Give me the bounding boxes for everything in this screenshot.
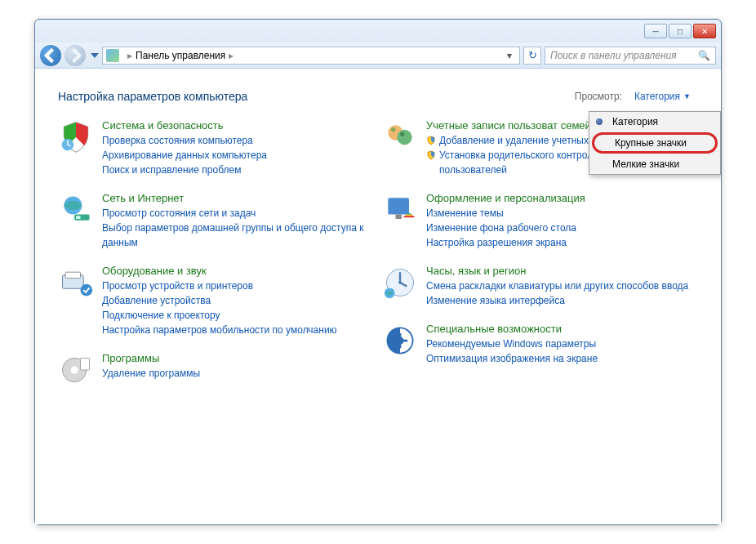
category-link[interactable]: Рекомендуемые Windows параметры (426, 337, 698, 351)
category-title[interactable]: Оформление и персонализация (426, 192, 698, 204)
view-menu: Категория Крупные значки Мелкие значки (589, 111, 721, 175)
arrow-left-icon (40, 45, 61, 66)
view-menu-category[interactable]: Категория (589, 112, 720, 132)
category-block: Оборудование и звукПросмотр устройств и … (58, 265, 374, 337)
svg-point-8 (71, 366, 78, 373)
control-panel-window: ─ □ ✕ ▸ Панель управления ▸ ▾ ↻ Поиск в … (34, 19, 722, 525)
svg-rect-15 (396, 215, 402, 220)
breadcrumb-root[interactable]: Панель управления (136, 50, 225, 61)
shield-icon (426, 149, 436, 159)
category-block: Оформление и персонализацияИзменение тем… (382, 192, 698, 250)
svg-point-12 (391, 127, 396, 132)
search-icon: 🔍 (698, 50, 710, 61)
content-area: Настройка параметров компьютера Просмотр… (35, 69, 721, 524)
category-title[interactable]: Система и безопасность (102, 119, 374, 132)
minimize-button[interactable]: ─ (644, 24, 667, 38)
category-link[interactable]: Выбор параметров домашней группы и общег… (102, 221, 374, 250)
shield-icon (426, 135, 436, 145)
category-link[interactable]: Поиск и исправление проблем (102, 163, 374, 177)
category-icon (58, 352, 94, 388)
svg-point-6 (81, 284, 93, 297)
svg-rect-3 (76, 216, 81, 219)
view-dropdown[interactable]: Категория ▼ (627, 88, 698, 105)
back-button[interactable] (40, 45, 61, 66)
category-title[interactable]: Оборудование и звук (102, 265, 374, 277)
category-icon (382, 265, 418, 301)
svg-point-13 (400, 132, 405, 137)
category-link[interactable]: Изменение фона рабочего стола (426, 221, 698, 235)
svg-rect-9 (81, 358, 90, 370)
svg-point-17 (398, 281, 402, 284)
search-placeholder: Поиск в панели управления (550, 50, 677, 61)
category-link[interactable]: Просмотр состояния сети и задач (102, 206, 374, 221)
category-block: Система и безопасностьПроверка состояния… (58, 119, 374, 177)
chevron-down-icon: ▼ (683, 92, 691, 100)
view-label: Просмотр: (575, 91, 622, 102)
page-title: Настройка параметров компьютера (58, 90, 247, 103)
category-link[interactable]: Изменение темы (426, 206, 698, 221)
category-link[interactable]: Настройка параметров мобильности по умол… (102, 323, 374, 337)
category-icon (58, 192, 94, 228)
category-icon (382, 119, 418, 155)
view-menu-small-icons[interactable]: Мелкие значки (589, 154, 720, 174)
svg-rect-5 (65, 272, 80, 278)
category-title[interactable]: Сеть и Интернет (102, 192, 374, 204)
category-link[interactable]: Смена раскладки клавиатуры или других сп… (426, 279, 698, 293)
category-block: Специальные возможностиРекомендуемые Win… (382, 323, 698, 366)
category-block: Часы, язык и регионСмена раскладки клави… (382, 265, 698, 308)
address-bar[interactable]: ▸ Панель управления ▸ ▾ (102, 47, 520, 65)
nav-history-dropdown[interactable] (91, 53, 99, 58)
view-switch: Просмотр: Категория ▼ (575, 88, 698, 105)
breadcrumb-sep: ▸ (127, 50, 132, 61)
maximize-button[interactable]: □ (669, 24, 692, 38)
search-input[interactable]: Поиск в панели управления 🔍 (545, 47, 716, 65)
category-title[interactable]: Часы, язык и регион (426, 265, 698, 277)
category-icon (58, 265, 94, 301)
svg-point-20 (396, 337, 403, 344)
category-link[interactable]: Удаление программы (102, 366, 374, 381)
navbar: ▸ Панель управления ▸ ▾ ↻ Поиск в панели… (35, 42, 721, 69)
category-block: ПрограммыУдаление программы (58, 352, 374, 388)
category-icon (382, 192, 418, 228)
refresh-button[interactable]: ↻ (523, 47, 541, 65)
svg-rect-14 (388, 198, 409, 214)
category-title[interactable]: Программы (102, 352, 374, 364)
content-header: Настройка параметров компьютера Просмотр… (58, 88, 698, 105)
category-link[interactable]: Просмотр устройств и принтеров (102, 279, 374, 293)
category-link[interactable]: Архивирование данных компьютера (102, 148, 374, 163)
category-icon (382, 323, 418, 359)
category-link[interactable]: Проверка состояния компьютера (102, 133, 374, 148)
category-link[interactable]: Добавление устройства (102, 293, 374, 308)
view-current: Категория (634, 91, 680, 102)
view-menu-large-icons[interactable]: Крупные значки (592, 132, 718, 154)
titlebar: ─ □ ✕ (35, 20, 721, 42)
arrow-right-icon (64, 45, 86, 66)
category-block: Сеть и ИнтернетПросмотр состояния сети и… (58, 192, 374, 250)
forward-button[interactable] (64, 45, 86, 66)
category-title[interactable]: Специальные возможности (426, 323, 698, 335)
address-dropdown-icon[interactable]: ▾ (503, 50, 516, 61)
category-icon (58, 119, 94, 155)
category-link[interactable]: Настройка разрешения экрана (426, 235, 698, 250)
category-link[interactable]: Оптимизация изображения на экране (426, 351, 698, 366)
control-panel-icon (106, 49, 119, 62)
left-column: Система и безопасностьПроверка состояния… (58, 119, 374, 388)
close-button[interactable]: ✕ (693, 24, 716, 38)
breadcrumb-sep: ▸ (229, 50, 233, 61)
svg-point-11 (397, 130, 411, 145)
category-link[interactable]: Изменение языка интерфейса (426, 293, 698, 308)
category-link[interactable]: Подключение к проектору (102, 308, 374, 323)
